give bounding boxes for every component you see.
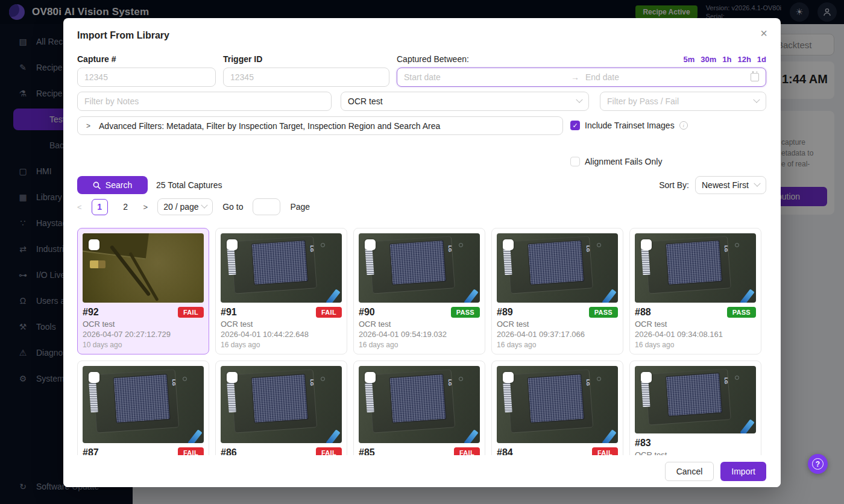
lg-logo-art: LG <box>309 245 315 252</box>
help-button[interactable]: ? <box>808 454 828 474</box>
trigger-id-field[interactable] <box>223 68 389 87</box>
capture-card[interactable]: LG #84 FAIL <box>491 361 623 464</box>
import-from-library-modal: Import From Library × Capture # Trigger … <box>63 18 781 487</box>
thumbnail-checkbox[interactable] <box>641 372 652 383</box>
capture-thumbnail[interactable]: LG <box>635 366 756 433</box>
quick-range-link[interactable]: 30m <box>701 55 716 64</box>
capture-thumbnail[interactable]: LG <box>635 233 756 303</box>
capture-thumbnail[interactable]: LG <box>359 366 480 443</box>
goto-page-input[interactable] <box>253 198 280 215</box>
capture-thumbnail[interactable]: LG <box>497 366 618 443</box>
capture-grid: LG #92 FAIL OCR test 2026-04-07 20:27:12… <box>77 228 770 465</box>
capture-card[interactable]: LG #90 PASS OCR test 2026-04-01 09:54:19… <box>353 228 485 354</box>
thumbnail-checkbox[interactable] <box>89 239 99 250</box>
capture-card[interactable]: LG #89 PASS OCR test 2026-04-01 09:37:17… <box>491 228 623 354</box>
trigger-id-label: Trigger ID <box>223 54 262 64</box>
cancel-button[interactable]: Cancel <box>665 462 714 481</box>
capture-relative-time: 10 days ago <box>83 341 204 349</box>
advanced-filters-toggle[interactable]: > Advanced Filters: Metadata, Filter by … <box>77 116 563 135</box>
pen-art <box>602 289 616 303</box>
capture-id: #83 <box>635 438 651 449</box>
pen-art <box>326 429 340 443</box>
recipe-select-value: OCR test <box>348 96 383 106</box>
quick-range-link[interactable]: 1d <box>757 55 766 64</box>
passfail-select[interactable]: Filter by Pass / Fail <box>600 92 766 111</box>
recipe-select[interactable]: OCR test <box>341 92 589 111</box>
next-page-button[interactable]: > <box>143 203 148 212</box>
capture-timestamp: 2026-04-01 10:44:22.648 <box>221 330 342 339</box>
import-button[interactable]: Import <box>720 462 766 481</box>
capture-number-input[interactable] <box>84 72 209 82</box>
capture-thumbnail[interactable]: LG <box>83 233 204 303</box>
start-date-placeholder[interactable]: Start date <box>404 72 441 82</box>
page-1-button[interactable]: 1 <box>92 199 108 215</box>
capture-card[interactable]: LG #87 FAIL <box>77 361 209 464</box>
screw-art <box>735 376 739 380</box>
quick-range-link[interactable]: 1h <box>722 55 731 64</box>
lg-logo-art: LG <box>585 245 591 252</box>
thumbnail-checkbox[interactable] <box>227 372 238 383</box>
sort-select[interactable]: Newest First <box>695 176 766 194</box>
screw-art <box>321 243 325 247</box>
capture-card[interactable]: LG #88 PASS OCR test 2026-04-01 09:34:08… <box>629 228 761 354</box>
end-date-placeholder[interactable]: End date <box>585 72 619 82</box>
notes-filter-field[interactable] <box>77 92 332 111</box>
capture-card[interactable]: LG #85 FAIL <box>353 361 485 464</box>
capture-recipe: OCR test <box>359 320 480 329</box>
thumbnail-checkbox[interactable] <box>503 372 514 383</box>
thumbnail-checkbox[interactable] <box>89 372 99 383</box>
screw-art <box>597 377 601 381</box>
thumbnail-checkbox[interactable] <box>227 239 238 250</box>
chevron-down-icon <box>753 96 760 103</box>
capture-thumbnail[interactable]: LG <box>83 366 204 443</box>
total-captures-text: 25 Total Captures <box>156 180 222 190</box>
thumbnail-checkbox[interactable] <box>365 239 376 250</box>
capture-card[interactable]: LG #92 FAIL OCR test 2026-04-07 20:27:12… <box>77 228 209 354</box>
label-art <box>666 373 722 416</box>
capture-thumbnail[interactable]: LG <box>359 233 480 303</box>
lg-logo-art: LG <box>447 379 453 386</box>
include-trainset-checkbox-row[interactable]: ✓ Include Trainset Images i <box>570 121 688 130</box>
quick-range-link[interactable]: 12h <box>737 55 751 64</box>
page-size-value: 20 / page <box>163 202 198 212</box>
label-art <box>390 241 446 285</box>
trigger-id-input[interactable] <box>230 72 382 82</box>
checkbox-unchecked-icon[interactable] <box>570 157 580 166</box>
capture-thumbnail[interactable]: LG <box>497 233 618 303</box>
page-size-select[interactable]: 20 / page <box>157 198 213 215</box>
pen-art <box>464 429 478 443</box>
label-art <box>114 374 170 423</box>
capture-number-field[interactable] <box>77 68 216 87</box>
status-badge: FAIL <box>178 307 204 318</box>
quick-range-link[interactable]: 5m <box>683 55 694 64</box>
capture-thumbnail[interactable]: LG <box>221 233 342 303</box>
include-trainset-label: Include Trainset Images <box>585 121 675 130</box>
pen-art <box>326 289 340 303</box>
pen-art <box>187 429 202 443</box>
info-icon[interactable]: i <box>679 121 688 130</box>
capture-timestamp: 2026-04-07 20:27:12.729 <box>83 330 204 339</box>
close-icon[interactable]: × <box>760 27 767 40</box>
capture-card[interactable]: LG #86 FAIL <box>215 361 347 464</box>
date-range-picker[interactable]: Start date → End date <box>397 68 766 87</box>
label-art <box>528 241 584 285</box>
pen-art <box>740 420 754 433</box>
checkbox-checked-icon[interactable]: ✓ <box>570 121 580 130</box>
thumbnail-checkbox[interactable] <box>503 239 514 250</box>
prev-page-button[interactable]: < <box>77 203 82 212</box>
page-2-button[interactable]: 2 <box>118 199 134 215</box>
capture-card[interactable]: LG #91 FAIL OCR test 2026-04-01 10:44:22… <box>215 228 347 354</box>
alignment-fails-checkbox-row[interactable]: Alignment Fails Only <box>570 157 662 166</box>
status-badge: PASS <box>451 307 480 318</box>
notes-filter-input[interactable] <box>84 96 324 106</box>
search-button[interactable]: Search <box>77 176 148 194</box>
captured-between-label: Captured Between: <box>397 54 469 64</box>
capture-recipe: OCR test <box>497 320 618 329</box>
capture-thumbnail[interactable]: LG <box>221 366 342 443</box>
capture-card[interactable]: LG #83 OCR test <box>629 361 761 465</box>
connector-art <box>90 260 106 268</box>
capture-recipe: OCR test <box>221 320 342 329</box>
thumbnail-checkbox[interactable] <box>365 372 376 383</box>
thumbnail-checkbox[interactable] <box>641 239 652 250</box>
page-label: Page <box>290 202 310 212</box>
